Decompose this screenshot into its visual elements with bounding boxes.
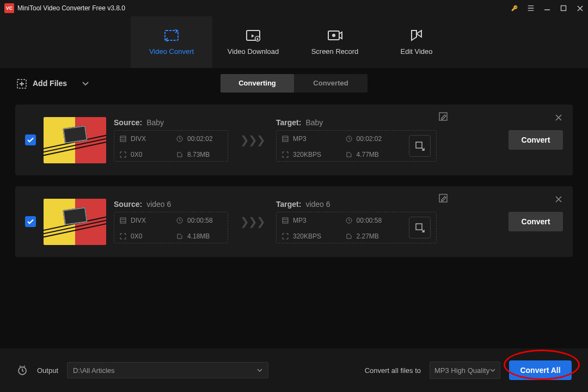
item-thumbnail (44, 117, 106, 163)
target-name: video 6 (305, 200, 330, 209)
conversion-list: Source: Baby DIVX 00:02:02 0X0 8.73MB ❯❯… (0, 98, 588, 257)
menu-icon[interactable] (527, 4, 535, 12)
edit-video-icon (408, 29, 425, 42)
close-window-icon[interactable] (576, 4, 584, 12)
source-format: DIVX (131, 135, 146, 143)
format-icon (282, 217, 289, 224)
key-icon[interactable] (511, 4, 518, 12)
target-info-box: MP3 00:02:02 320KBPS 4.77MB (276, 130, 437, 162)
source-format: DIVX (131, 217, 146, 224)
add-files-button[interactable]: Add Files (16, 78, 89, 88)
clock-icon (176, 217, 183, 224)
target-bitrate: 320KBPS (293, 232, 321, 240)
format-icon (282, 136, 289, 142)
segment-converted[interactable]: Converted (294, 74, 367, 93)
svg-rect-13 (120, 218, 126, 223)
target-info-box: MP3 00:00:58 320KBPS 2.27MB (276, 212, 437, 243)
format-icon (120, 136, 126, 142)
source-name: video 6 (146, 200, 171, 209)
convert-all-format-select[interactable]: MP3 High Quality (430, 362, 500, 379)
target-format: MP3 (293, 135, 307, 143)
segment-converting[interactable]: Converting (220, 74, 294, 93)
convert-button[interactable]: Convert (509, 130, 563, 150)
target-bitrate: 320KBPS (293, 151, 321, 158)
arrow-icon: ❯❯❯ (236, 133, 268, 146)
svg-rect-9 (283, 136, 288, 142)
item-checkbox[interactable] (25, 134, 36, 145)
svg-rect-11 (416, 142, 422, 148)
add-files-icon (16, 78, 26, 88)
convert-all-button[interactable]: Convert All (509, 360, 572, 380)
app-title: MiniTool Video Converter Free v3.8.0 (17, 4, 125, 12)
bottom-bar: Output D:\All Articles Convert all files… (0, 348, 588, 392)
output-label: Output (37, 366, 58, 375)
svg-rect-7 (120, 136, 126, 142)
resolution-icon (120, 151, 126, 158)
conversion-item: Source: Baby DIVX 00:02:02 0X0 8.73MB ❯❯… (15, 105, 573, 175)
minimize-icon[interactable] (543, 4, 551, 12)
tab-label: Screen Record (311, 47, 359, 56)
tab-edit-video[interactable]: Edit Video (376, 16, 457, 68)
source-label: Source: (114, 200, 142, 209)
size-icon (176, 151, 183, 158)
edit-item-icon[interactable] (439, 112, 448, 123)
clock-icon (176, 136, 183, 142)
source-resolution: 0X0 (131, 232, 142, 240)
source-duration: 00:02:02 (187, 135, 213, 143)
tab-video-convert[interactable]: Video Convert (131, 16, 212, 68)
target-duration: 00:00:58 (357, 217, 382, 224)
svg-rect-15 (283, 218, 288, 223)
target-format: MP3 (293, 217, 307, 224)
conversion-item: Source: video 6 DIVX 00:00:58 0X0 4.18MB… (15, 186, 573, 257)
convert-icon (163, 29, 180, 42)
status-segmented-control: Converting Converted (220, 74, 367, 93)
tab-label: Edit Video (400, 47, 432, 56)
svg-rect-17 (416, 224, 422, 230)
target-label: Target: (276, 200, 301, 209)
target-format-picker[interactable] (409, 217, 431, 238)
convert-button[interactable]: Convert (509, 212, 563, 231)
tab-label: Video Convert (149, 47, 194, 56)
source-info-box: DIVX 00:00:58 0X0 4.18MB (114, 212, 228, 243)
schedule-icon[interactable] (16, 364, 28, 376)
bitrate-icon (282, 233, 289, 240)
source-size: 4.18MB (187, 232, 210, 240)
record-icon (327, 29, 343, 42)
target-size: 2.27MB (357, 232, 379, 240)
tab-label: Video Download (228, 47, 279, 56)
output-path-value: D:\All Articles (73, 366, 115, 375)
format-icon (120, 217, 126, 224)
chevron-down-icon (490, 369, 495, 372)
tab-video-download[interactable]: Video Download (212, 16, 294, 68)
edit-item-icon[interactable] (439, 194, 448, 205)
source-size: 8.73MB (187, 151, 210, 158)
titlebar: VC MiniTool Video Converter Free v3.8.0 (0, 0, 588, 16)
target-name: Baby (305, 118, 323, 127)
maximize-icon[interactable] (560, 4, 567, 12)
item-checkbox[interactable] (25, 216, 36, 227)
main-nav: Video Convert Video Download Screen Reco… (0, 16, 588, 68)
bitrate-icon (282, 151, 289, 158)
clock-icon (346, 217, 352, 224)
size-icon (176, 233, 183, 240)
chevron-down-icon (257, 369, 262, 372)
convert-all-format-label: Convert all files to (365, 366, 421, 375)
source-name: Baby (146, 118, 164, 127)
target-duration: 00:02:02 (357, 135, 382, 143)
dropdown-caret-icon[interactable] (82, 78, 89, 88)
resolution-icon (120, 233, 126, 240)
size-icon (346, 151, 352, 158)
item-thumbnail (44, 199, 106, 245)
arrow-icon: ❯❯❯ (236, 215, 268, 228)
tab-screen-record[interactable]: Screen Record (294, 16, 376, 68)
remove-item-icon[interactable] (555, 113, 562, 123)
toolbar: Add Files Converting Converted (0, 68, 588, 98)
source-label: Source: (114, 118, 142, 127)
size-icon (346, 233, 352, 240)
target-format-picker[interactable] (409, 135, 431, 157)
download-icon (245, 29, 261, 42)
remove-item-icon[interactable] (555, 195, 562, 205)
add-files-label: Add Files (33, 79, 67, 88)
output-path-select[interactable]: D:\All Articles (67, 362, 268, 378)
app-logo: VC (4, 3, 14, 13)
